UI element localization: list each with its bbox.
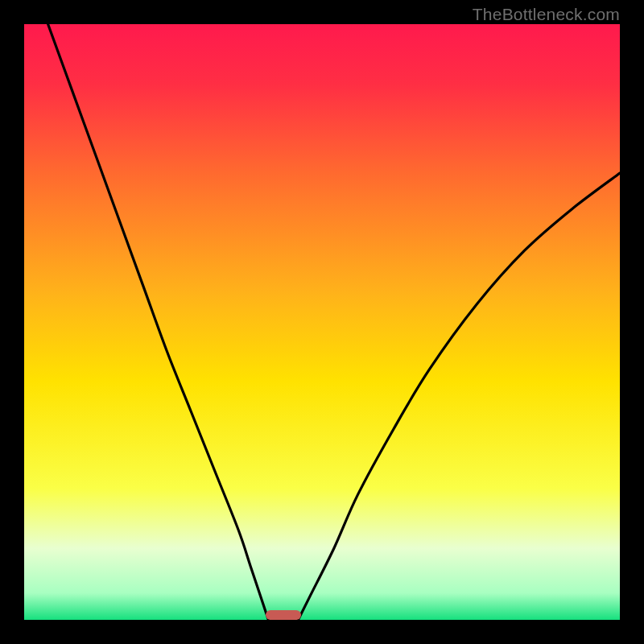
left-curve-path: [48, 24, 269, 620]
curves-layer: [24, 24, 620, 620]
right-curve-path: [298, 173, 620, 620]
watermark-text: TheBottleneck.com: [473, 5, 620, 24]
chart-frame: TheBottleneck.com: [0, 0, 644, 644]
plot-area: [24, 24, 620, 620]
bottleneck-marker: [266, 610, 301, 620]
